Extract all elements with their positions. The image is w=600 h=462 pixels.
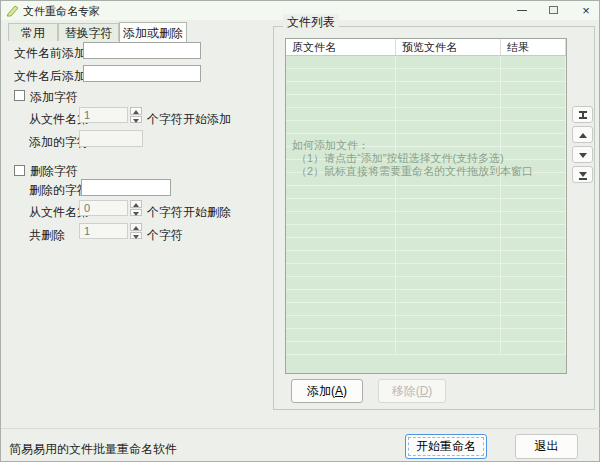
maximize-icon: [549, 6, 558, 14]
delete-chars-input-label: 删除的字符: [29, 182, 89, 199]
table-row: [286, 316, 566, 329]
table-row: [286, 264, 566, 277]
delete-count-label-after: 个字符: [147, 227, 183, 244]
add-position-spin-down[interactable]: [130, 116, 142, 124]
table-row: [286, 95, 566, 108]
window-title: 文件重命名专家: [23, 4, 100, 19]
start-rename-button[interactable]: 开始重命名: [405, 434, 487, 459]
delete-position-spin-up[interactable]: [130, 200, 142, 208]
status-text: 简易易用的文件批量重命名软件: [9, 441, 177, 458]
spin-up-icon: [133, 226, 139, 230]
delete-count-spin-down[interactable]: [130, 232, 142, 240]
move-up-icon: [579, 133, 587, 138]
table-row: [286, 69, 566, 82]
delete-count-value: 1: [79, 223, 128, 239]
tab-add-or-delete[interactable]: 添加或删除: [119, 22, 187, 42]
file-table[interactable]: 原文件名 预览文件名 结果 如何添加文件： （1）请点击“添加”按钮选择文件(支…: [285, 38, 567, 374]
move-up-button[interactable]: [572, 126, 593, 143]
hint-line-2: （1）请点击“添加”按钮选择文件(支持多选): [292, 152, 533, 165]
delete-position-label-after: 个字符开始删除: [147, 204, 231, 221]
maximize-button[interactable]: [539, 1, 569, 20]
table-row: [286, 251, 566, 264]
app-icon: [6, 4, 19, 17]
spin-up-icon: [133, 110, 139, 114]
spin-down-icon: [133, 212, 139, 216]
column-header-preview-name[interactable]: 预览文件名: [396, 39, 501, 55]
spin-up-icon: [133, 203, 139, 207]
minimize-icon: [517, 10, 527, 11]
prefix-input[interactable]: [83, 42, 201, 59]
add-files-hint: 如何添加文件： （1）请点击“添加”按钮选择文件(支持多选) （2）鼠标直接将需…: [292, 139, 533, 178]
column-header-original-name[interactable]: 原文件名: [286, 39, 396, 55]
close-button[interactable]: ×: [571, 1, 600, 20]
table-row: [286, 212, 566, 225]
add-files-button[interactable]: 添加(A): [291, 379, 363, 403]
remove-button-text-suffix: ): [428, 384, 432, 398]
spin-down-icon: [133, 119, 139, 123]
tab-replace-chars[interactable]: 替换字符: [58, 23, 119, 41]
exit-button[interactable]: 退出: [515, 434, 578, 459]
move-down-icon: [579, 153, 587, 158]
move-down-button[interactable]: [572, 146, 593, 163]
app-window: 文件重命名专家 × 常用 替换字符 添加或删除 文件名前添加 文件名后添加 添加…: [0, 0, 600, 462]
hint-line-1: 如何添加文件：: [292, 139, 533, 152]
table-row: [286, 277, 566, 290]
add-position-spin-up[interactable]: [130, 107, 142, 115]
file-list-group-label: 文件列表: [283, 14, 339, 31]
table-row: [286, 290, 566, 303]
delete-position-spin-down[interactable]: [130, 209, 142, 217]
move-to-bottom-button[interactable]: [572, 166, 593, 183]
suffix-label: 文件名后添加: [14, 68, 86, 85]
add-chars-input: [79, 130, 143, 147]
move-to-bottom-icon: [579, 171, 587, 180]
remove-button-text: 移除(: [392, 384, 420, 398]
table-row: [286, 303, 566, 316]
add-button-mnemonic: A: [335, 384, 343, 398]
file-table-header: 原文件名 预览文件名 结果: [286, 39, 566, 56]
add-button-text-suffix: ): [343, 384, 347, 398]
delete-count-label-before: 共删除: [29, 227, 65, 244]
hint-line-3: （2）鼠标直接将需要重命名的文件拖放到本窗口: [292, 165, 533, 178]
footer-divider: [1, 428, 600, 429]
table-row: [286, 199, 566, 212]
remove-files-button: 移除(D): [378, 379, 446, 403]
tab-common[interactable]: 常用: [8, 23, 58, 41]
add-position-spinner: 1: [79, 107, 142, 123]
prefix-label: 文件名前添加: [14, 45, 86, 62]
table-row: [286, 186, 566, 199]
delete-position-spinner: 0: [79, 200, 142, 216]
delete-position-value: 0: [79, 200, 128, 216]
table-row: [286, 342, 566, 355]
table-row: [286, 82, 566, 95]
spin-down-icon: [133, 235, 139, 239]
delete-count-spin-up[interactable]: [130, 223, 142, 231]
table-row: [286, 121, 566, 134]
add-position-label-after: 个字符开始添加: [147, 111, 231, 128]
table-row: [286, 238, 566, 251]
delete-chars-checkbox[interactable]: [14, 165, 25, 176]
move-to-top-icon: [579, 111, 587, 119]
delete-chars-input[interactable]: [81, 179, 171, 196]
table-row: [286, 329, 566, 342]
delete-count-spinner: 1: [79, 223, 142, 239]
add-position-value: 1: [79, 107, 128, 123]
delete-chars-checkbox-label: 删除字符: [30, 163, 78, 180]
table-row: [286, 225, 566, 238]
table-row: [286, 56, 566, 69]
move-to-top-button[interactable]: [572, 106, 593, 123]
file-table-body[interactable]: [286, 56, 566, 355]
table-row: [286, 108, 566, 121]
add-chars-checkbox-label: 添加字符: [30, 89, 78, 106]
column-header-result[interactable]: 结果: [501, 39, 566, 55]
add-chars-checkbox[interactable]: [14, 90, 25, 101]
add-button-text: 添加(: [307, 384, 335, 398]
suffix-input[interactable]: [83, 65, 201, 82]
minimize-button[interactable]: [507, 1, 537, 20]
